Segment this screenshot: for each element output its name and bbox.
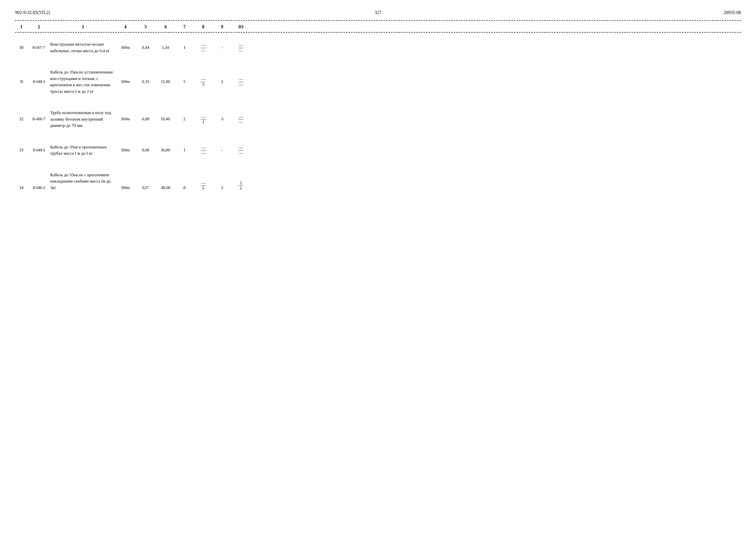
col-header-8: 8 — [193, 24, 213, 30]
page-header: 902-9-32.85(УП.2) 327 20935-08 — [15, 10, 741, 15]
cell-row33-col1: 33 — [15, 147, 28, 153]
cell-row33-col8: — — — [193, 145, 213, 155]
cell-row30-col6: I,34 — [155, 45, 176, 51]
col-header-6: 6 — [155, 24, 176, 30]
col-header-4: 4 — [116, 24, 135, 30]
cell-row33-col10: — — — [231, 145, 251, 155]
cell-row32-col1: 32 — [15, 116, 28, 122]
cell-row31-col1: 3I — [15, 79, 28, 85]
cell-row34-col6: 48,00 — [155, 185, 176, 192]
cell-row31-col3: Кабель до 35кв,по установленным кон-стру… — [50, 69, 116, 94]
table-row: 32 8-4I8-7 Труба полиэтиленовая в полу п… — [15, 102, 741, 137]
cell-row30-col9: - — [213, 45, 231, 51]
cell-row33-col7: I — [176, 147, 193, 153]
cell-row34-col3: Кабель до 35кв,по с креплением накладным… — [50, 172, 116, 192]
cell-row32-col6: I9,40 — [155, 116, 176, 122]
cell-row33-col2: 8-I49-I — [28, 147, 50, 153]
cell-row34-col9: 3 — [213, 185, 231, 192]
cell-row30-col2: 8-I47-7 — [28, 45, 50, 51]
main-table: I 2 3 4 5 6 7 8 9 IO 30 8-I47-7 Конструк… — [15, 20, 741, 200]
cell-row30-col5: 0,44 — [135, 45, 155, 51]
table-row: 34 8-I46-I Кабель до 35кв,по с крепление… — [15, 164, 741, 200]
table-row: 33 8-I49-I Кабель до 35кв в проложенных … — [15, 137, 741, 164]
cell-row33-col3: Кабель до 35кв в проложенных трубах масс… — [50, 144, 116, 157]
cell-row30-col1: 30 — [15, 45, 28, 51]
cell-row33-col5: 0,08 — [135, 147, 155, 153]
table-row: 3I 8-I48-I Кабель до 35кв,по установленн… — [15, 62, 741, 102]
header-right: 20935-08 — [499, 10, 741, 15]
col-header-1: I — [15, 24, 28, 30]
cell-row30-col10: — — — [231, 42, 251, 53]
header-center: 327 — [257, 10, 499, 15]
cell-row34-col1: 34 — [15, 185, 28, 192]
col-header-2: 2 — [28, 24, 50, 30]
cell-row34-col2: 8-I46-I — [28, 185, 50, 192]
cell-row31-col4: I00м — [116, 79, 135, 85]
cell-row32-col3: Труба полиэтиленовая в полу под заливку … — [50, 110, 116, 129]
col-header-7: 7 — [176, 24, 193, 30]
cell-row31-col2: 8-I48-I — [28, 79, 50, 85]
cell-row32-col9: -I — [213, 116, 231, 122]
cell-row30-col7: I — [176, 45, 193, 51]
table-row: 30 8-I47-7 Конструкции металли-ческие ка… — [15, 34, 741, 62]
cell-row33-col4: I00м — [116, 147, 135, 153]
cell-row34-col10: 2 I — [231, 180, 251, 192]
cell-row31-col10: — — — [231, 76, 251, 87]
col-header-10: IO — [231, 24, 251, 30]
cell-row32-col5: 0,08 — [135, 116, 155, 122]
cell-row32-col10: — — — [231, 114, 251, 125]
cell-row34-col4: I00м — [116, 185, 135, 192]
cell-row32-col2: 8-4I8-7 — [28, 116, 50, 122]
cell-row31-col5: 0,35 — [135, 79, 155, 85]
cell-row30-col8: — — — [193, 42, 213, 53]
cell-row34-col8: — 5 — [193, 180, 213, 192]
cell-row34-col7: 8 — [176, 185, 193, 192]
cell-row32-col4: I00м — [116, 116, 135, 122]
cell-row34-col5: 0,I7 — [135, 185, 155, 192]
cell-row31-col9: 3 — [213, 79, 231, 85]
col-header-3: 3 — [50, 24, 116, 30]
cell-row31-col7: 5 — [176, 79, 193, 85]
column-headers: I 2 3 4 5 6 7 8 9 IO — [15, 22, 741, 31]
col-header-9: 9 — [213, 24, 231, 30]
header-left: 902-9-32.85(УП.2) — [15, 10, 257, 15]
cell-row32-col7: 2 — [176, 116, 193, 122]
cell-row33-col9: - — [213, 147, 231, 153]
cell-row31-col6: I2,90 — [155, 79, 176, 85]
cell-row32-col8: — I — [193, 114, 213, 125]
cell-row31-col8: — 3 — [193, 76, 213, 87]
table-body: 30 8-I47-7 Конструкции металли-ческие ка… — [15, 34, 741, 200]
cell-row30-col3: Конструкции металли-ческие кабельные, по… — [50, 41, 116, 54]
col-header-5: 5 — [135, 24, 155, 30]
cell-row33-col6: I0,00 — [155, 147, 176, 153]
cell-row30-col4: I00м — [116, 45, 135, 51]
